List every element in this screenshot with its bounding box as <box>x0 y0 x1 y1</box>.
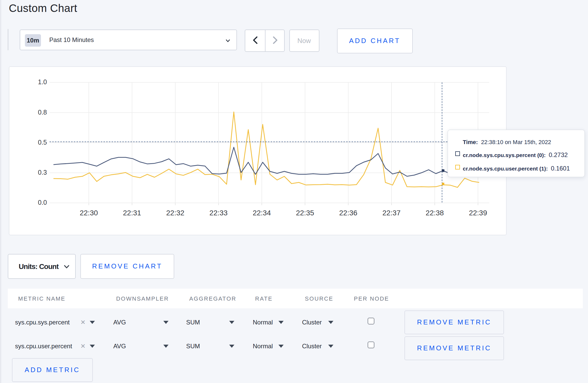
svg-text:22:34: 22:34 <box>253 209 271 217</box>
svg-text:0.5: 0.5 <box>38 138 47 146</box>
svg-text:22:31: 22:31 <box>123 209 141 217</box>
svg-text:22:32: 22:32 <box>166 209 184 217</box>
svg-text:22:37: 22:37 <box>382 209 400 217</box>
svg-text:22:36: 22:36 <box>339 209 357 217</box>
svg-text:1.0: 1.0 <box>38 78 47 85</box>
svg-text:0.3: 0.3 <box>38 168 47 176</box>
svg-text:22:35: 22:35 <box>296 209 314 217</box>
svg-text:0.8: 0.8 <box>38 108 47 116</box>
svg-text:22:30: 22:30 <box>79 209 97 217</box>
svg-text:22:33: 22:33 <box>209 209 227 217</box>
svg-text:0.0: 0.0 <box>38 198 47 206</box>
svg-text:22:39: 22:39 <box>469 209 487 217</box>
svg-text:22:38: 22:38 <box>425 209 444 217</box>
